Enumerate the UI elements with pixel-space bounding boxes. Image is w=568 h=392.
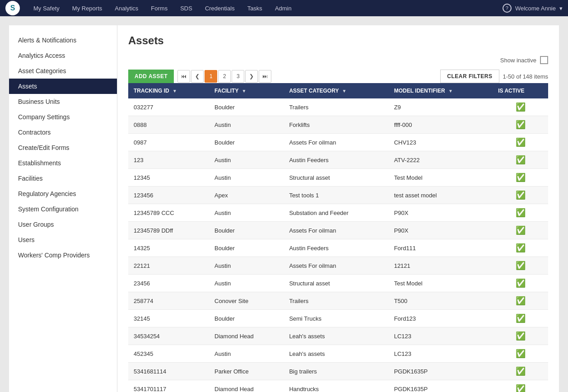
sidebar-item-system-configuration[interactable]: System Configuration: [9, 201, 117, 217]
asset-category-cell: Handtrucks: [284, 380, 388, 392]
sidebar-item-user-groups[interactable]: User Groups: [9, 217, 117, 232]
table-row[interactable]: 32145 Boulder Semi Trucks Ford123 ✅: [128, 310, 548, 327]
model-identifier-filter-icon[interactable]: ▼: [448, 89, 453, 93]
table-row[interactable]: 14325 Boulder Austin Feeders Ford111 ✅: [128, 239, 548, 257]
prev-page-button[interactable]: ❮: [191, 70, 204, 83]
asset-category-cell: Leah's assets: [284, 345, 388, 363]
dropdown-arrow-icon[interactable]: ▾: [559, 5, 563, 12]
table-row[interactable]: 0987 Boulder Assets For oilman CHV123 ✅: [128, 134, 548, 151]
sidebar-item-establishments[interactable]: Establishments: [9, 155, 117, 171]
model-identifier-cell: LC123: [389, 345, 493, 363]
nav-link-sds[interactable]: SDS: [174, 0, 199, 16]
is-active-cell: ✅: [493, 327, 548, 345]
is-active-cell: ✅: [493, 204, 548, 222]
sidebar-item-regulatory-agencies[interactable]: Regulatory Agencies: [9, 186, 117, 201]
page-button-2[interactable]: 2: [218, 70, 231, 83]
facility-cell: Diamond Head: [209, 327, 284, 345]
nav-link-admin[interactable]: Admin: [269, 0, 298, 16]
first-page-button[interactable]: ⏮: [177, 70, 190, 83]
sidebar-item-create-edit-forms[interactable]: Create/Edit Forms: [9, 140, 117, 155]
show-inactive-checkbox[interactable]: [540, 56, 548, 64]
table-row[interactable]: 12345789 CCC Austin Substation and Feede…: [128, 204, 548, 222]
is-active-col-header[interactable]: IS ACTIVE: [493, 83, 548, 98]
table-row[interactable]: 032277 Boulder Trailers Z9 ✅: [128, 98, 548, 116]
assets-table: TRACKING ID ▼ FACILITY ▼ ASSET CATEGORY …: [128, 83, 548, 392]
is-active-cell: ✅: [493, 151, 548, 169]
nav-link-tasks[interactable]: Tasks: [241, 0, 269, 16]
facility-cell: Austin: [209, 116, 284, 134]
nav-link-credentials[interactable]: Credentials: [199, 0, 241, 16]
table-row[interactable]: 258774 Conover Site Trailers T500 ✅: [128, 292, 548, 310]
nav-link-analytics[interactable]: Analytics: [108, 0, 144, 16]
table-row[interactable]: 5341681114 Parker Office Big trailers PG…: [128, 363, 548, 380]
model-identifier-cell: 12121: [389, 257, 493, 275]
is-active-cell: ✅: [493, 187, 548, 204]
nav-link-forms[interactable]: Forms: [144, 0, 174, 16]
model-identifier-cell: LC123: [389, 327, 493, 345]
sidebar-item-assets[interactable]: Assets: [9, 79, 117, 94]
tracking-id-cell: 12345: [128, 169, 209, 187]
table-row[interactable]: 0888 Austin Forklifts ffff-000 ✅: [128, 116, 548, 134]
sidebar-item-contractors[interactable]: Contractors: [9, 125, 117, 140]
sidebar-item-facilities[interactable]: Facilities: [9, 171, 117, 186]
facility-cell: Austin: [209, 257, 284, 275]
is-active-cell: ✅: [493, 134, 548, 151]
sidebar-item-company-settings[interactable]: Company Settings: [9, 109, 117, 125]
next-page-button[interactable]: ❯: [245, 70, 258, 83]
table-row[interactable]: 452345 Austin Leah's assets LC123 ✅: [128, 345, 548, 363]
active-check-icon: ✅: [498, 349, 543, 359]
table-row[interactable]: 34534254 Diamond Head Leah's assets LC12…: [128, 327, 548, 345]
nav-link-my-safety[interactable]: My Safety: [27, 0, 66, 16]
last-page-button[interactable]: ⏭: [259, 70, 271, 83]
sidebar-item-analytics-access[interactable]: Analytics Access: [9, 48, 117, 63]
is-active-cell: ✅: [493, 98, 548, 116]
facility-cell: Boulder: [209, 239, 284, 257]
asset-category-cell: Semi Trucks: [284, 310, 388, 327]
facility-filter-icon[interactable]: ▼: [242, 89, 247, 93]
top-nav: S My SafetyMy ReportsAnalyticsFormsSDSCr…: [0, 0, 568, 16]
table-row[interactable]: 123456 Apex Test tools 1 test asset mode…: [128, 187, 548, 204]
table-row[interactable]: 22121 Austin Assets For oilman 12121 ✅: [128, 257, 548, 275]
model-identifier-col-header[interactable]: MODEL IDENTIFIER ▼: [389, 83, 493, 98]
help-icon[interactable]: ?: [503, 4, 512, 13]
sidebar-item-alerts-notifications[interactable]: Alerts & Notifications: [9, 33, 117, 48]
page-button-1[interactable]: 1: [205, 70, 217, 83]
facility-col-header[interactable]: FACILITY ▼: [209, 83, 284, 98]
active-check-icon: ✅: [498, 102, 543, 112]
active-check-icon: ✅: [498, 366, 543, 376]
clear-filters-button[interactable]: CLEAR FILTERS: [440, 70, 499, 83]
asset-category-cell: Leah's assets: [284, 327, 388, 345]
asset-category-filter-icon[interactable]: ▼: [342, 89, 347, 93]
table-row[interactable]: 23456 Austin Structural asset Test Model…: [128, 275, 548, 292]
asset-category-col-header[interactable]: ASSET CATEGORY ▼: [284, 83, 388, 98]
facility-cell: Diamond Head: [209, 380, 284, 392]
table-row[interactable]: 5341701117 Diamond Head Handtrucks PGDK1…: [128, 380, 548, 392]
is-active-cell: ✅: [493, 239, 548, 257]
sidebar-item-workers-comp-providers[interactable]: Workers' Comp Providers: [9, 247, 117, 263]
page-button-3[interactable]: 3: [232, 70, 244, 83]
tracking-id-col-header[interactable]: TRACKING ID ▼: [128, 83, 209, 98]
tracking-id-filter-icon[interactable]: ▼: [172, 89, 177, 93]
asset-category-cell: Trailers: [284, 292, 388, 310]
is-active-cell: ✅: [493, 380, 548, 392]
model-identifier-cell: PGDK1635P: [389, 380, 493, 392]
model-identifier-cell: Ford111: [389, 239, 493, 257]
table-row[interactable]: 12345789 DDff Boulder Assets For oilman …: [128, 222, 548, 239]
facility-cell: Austin: [209, 169, 284, 187]
active-check-icon: ✅: [498, 313, 543, 323]
model-identifier-cell: T500: [389, 292, 493, 310]
sidebar-item-business-units[interactable]: Business Units: [9, 94, 117, 109]
table-row[interactable]: 123 Austin Austin Feeders ATV-2222 ✅: [128, 151, 548, 169]
sidebar-item-asset-categories[interactable]: Asset Categories: [9, 63, 117, 79]
table-row[interactable]: 12345 Austin Structural asset Test Model…: [128, 169, 548, 187]
tracking-id-cell: 34534254: [128, 327, 209, 345]
active-check-icon: ✅: [498, 137, 543, 147]
sidebar-item-users[interactable]: Users: [9, 232, 117, 247]
add-asset-button[interactable]: ADD ASSET: [128, 70, 174, 83]
facility-cell: Boulder: [209, 222, 284, 239]
is-active-cell: ✅: [493, 292, 548, 310]
nav-link-my-reports[interactable]: My Reports: [66, 0, 108, 16]
asset-category-cell: Big trailers: [284, 363, 388, 380]
asset-category-cell: Forklifts: [284, 116, 388, 134]
tracking-id-cell: 23456: [128, 275, 209, 292]
